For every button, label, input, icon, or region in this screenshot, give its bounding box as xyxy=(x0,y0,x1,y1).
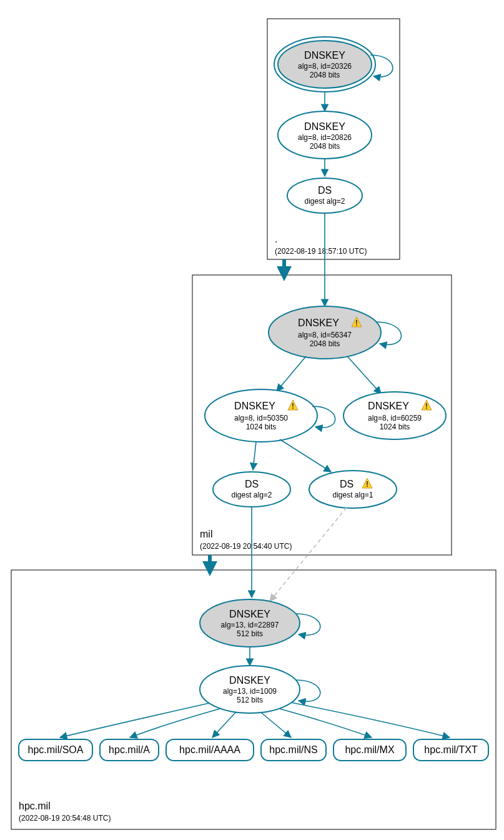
svg-text:512 bits: 512 bits xyxy=(237,696,263,704)
edge-mil-ksk-to-zsk1 xyxy=(277,356,306,391)
svg-text:alg=8, id=50350: alg=8, id=50350 xyxy=(234,414,288,422)
svg-text:2048 bits: 2048 bits xyxy=(310,71,340,79)
edge-mil-ksk-to-zsk2 xyxy=(347,356,381,394)
svg-text:alg=8, id=60259: alg=8, id=60259 xyxy=(368,414,422,422)
svg-text:digest alg=1: digest alg=1 xyxy=(332,491,373,499)
node-mil-zsk1: DNSKEY alg=8, id=50350 1024 bits ! xyxy=(205,389,317,442)
edge-mil-zsk1-to-ds2 xyxy=(253,442,256,470)
svg-text:2048 bits: 2048 bits xyxy=(310,339,340,348)
zone-ts-mil: (2022-08-19 20:54:40 UTC) xyxy=(200,542,292,551)
svg-text:DNSKEY: DNSKEY xyxy=(229,675,270,686)
rr-mx: hpc.mil/MX xyxy=(334,739,406,761)
edge-to-txt xyxy=(291,702,450,738)
node-mil-ds2: DS digest alg=2 xyxy=(213,472,290,507)
svg-text:DNSKEY: DNSKEY xyxy=(304,50,345,61)
svg-text:hpc.mil/NS: hpc.mil/NS xyxy=(269,744,317,755)
node-hpc-ksk: DNSKEY alg=13, id=22897 512 bits xyxy=(200,599,300,647)
svg-text:hpc.mil/AAAA: hpc.mil/AAAA xyxy=(179,744,240,755)
svg-text:!: ! xyxy=(292,401,294,411)
node-mil-ds1: DS digest alg=1 ! xyxy=(309,471,397,508)
svg-text:hpc.mil/A: hpc.mil/A xyxy=(109,744,150,755)
edge-to-mx xyxy=(280,709,372,738)
edge-mil-ds1-to-hpc-ksk xyxy=(270,508,347,601)
svg-text:alg=13, id=1009: alg=13, id=1009 xyxy=(223,687,277,696)
node-mil-ksk: DNSKEY alg=8, id=56347 2048 bits ! xyxy=(269,306,381,359)
node-mil-zsk2: DNSKEY alg=8, id=60259 1024 bits ! xyxy=(343,392,446,439)
svg-text:DS: DS xyxy=(318,185,332,196)
zone-title-mil: mil xyxy=(200,529,212,539)
svg-text:DNSKEY: DNSKEY xyxy=(368,401,409,411)
dnssec-graph: . (2022-08-19 18:57:10 UTC) mil (2022-08… xyxy=(0,0,504,840)
svg-text:DS: DS xyxy=(245,479,259,489)
svg-text:hpc.mil/MX: hpc.mil/MX xyxy=(345,744,394,755)
svg-text:!: ! xyxy=(355,318,358,328)
svg-text:digest alg=2: digest alg=2 xyxy=(304,197,345,206)
zone-ts-hpc: (2022-08-19 20:54:48 UTC) xyxy=(19,814,111,822)
svg-text:DNSKEY: DNSKEY xyxy=(234,401,275,411)
zone-title-root: . xyxy=(275,234,277,244)
svg-point-27 xyxy=(213,472,290,507)
edge-to-a xyxy=(130,709,220,738)
zone-title-hpc: hpc.mil xyxy=(19,801,51,811)
edge-to-soa xyxy=(60,703,209,738)
rr-ns: hpc.mil/NS xyxy=(261,739,326,761)
svg-text:1024 bits: 1024 bits xyxy=(246,422,277,431)
edge-to-aaaa xyxy=(212,712,236,738)
rr-a: hpc.mil/A xyxy=(100,739,159,761)
node-root-zsk: DNSKEY alg=8, id=20826 2048 bits xyxy=(278,111,372,159)
svg-text:2048 bits: 2048 bits xyxy=(310,142,340,151)
node-root-ds: DS digest alg=2 xyxy=(287,178,362,213)
svg-text:1024 bits: 1024 bits xyxy=(380,422,410,431)
rr-soa: hpc.mil/SOA xyxy=(19,739,92,761)
svg-point-9 xyxy=(287,178,362,213)
svg-text:!: ! xyxy=(425,401,428,411)
node-hpc-zsk: DNSKEY alg=13, id=1009 512 bits xyxy=(200,666,300,713)
svg-text:digest alg=2: digest alg=2 xyxy=(231,491,272,499)
svg-text:alg=8, id=56347: alg=8, id=56347 xyxy=(298,331,352,339)
svg-text:alg=8, id=20326: alg=8, id=20326 xyxy=(298,62,352,71)
svg-text:alg=8, id=20826: alg=8, id=20826 xyxy=(298,133,352,142)
node-root-ksk: DNSKEY alg=8, id=20326 2048 bits xyxy=(274,37,375,92)
svg-text:512 bits: 512 bits xyxy=(237,629,263,638)
svg-point-30 xyxy=(309,471,397,508)
zone-ts-root: (2022-08-19 18:57:10 UTC) xyxy=(275,247,367,256)
svg-text:DNSKEY: DNSKEY xyxy=(229,609,270,619)
rr-txt: hpc.mil/TXT xyxy=(413,739,488,761)
svg-text:DNSKEY: DNSKEY xyxy=(304,121,345,132)
svg-text:hpc.mil/SOA: hpc.mil/SOA xyxy=(28,744,84,755)
svg-text:DS: DS xyxy=(340,479,353,489)
svg-text:!: ! xyxy=(366,479,368,489)
edge-to-ns xyxy=(261,712,291,738)
svg-text:alg=13, id=22897: alg=13, id=22897 xyxy=(221,621,279,629)
svg-text:DNSKEY: DNSKEY xyxy=(298,318,339,328)
svg-text:hpc.mil/TXT: hpc.mil/TXT xyxy=(424,744,478,755)
edge-mil-zsk1-to-ds1 xyxy=(280,439,331,472)
rr-aaaa: hpc.mil/AAAA xyxy=(166,739,254,761)
